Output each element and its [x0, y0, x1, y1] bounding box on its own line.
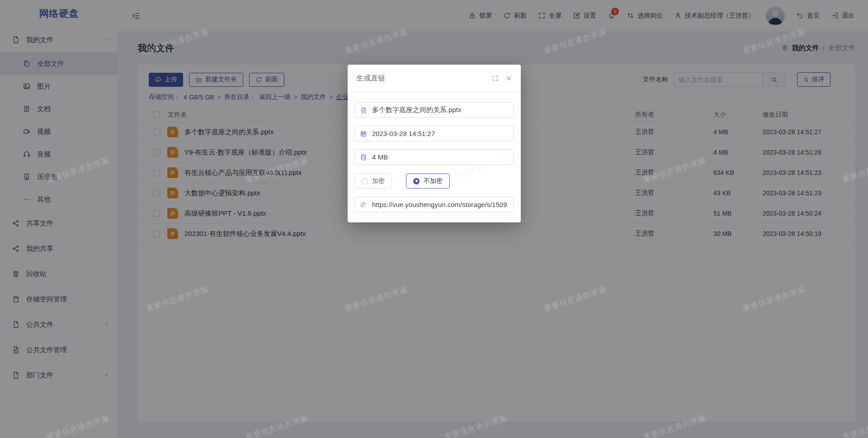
no-encrypt-radio-label: 不加密	[424, 177, 443, 185]
generate-link-modal: 生成直链 多个数字底座之间的关系.pptx 2023-03-28 14:51:2…	[348, 65, 521, 222]
modal-title: 生成直链	[356, 74, 385, 83]
modal-fullscreen-icon[interactable]	[492, 75, 499, 82]
modal-tools	[492, 75, 512, 82]
link-url-field[interactable]: https://vue.youshengyun.com/storage/s/15…	[354, 197, 514, 212]
link-file-name-field[interactable]: 多个数字底座之间的关系.pptx	[354, 102, 514, 118]
no-encrypt-radio[interactable]: 不加密	[406, 174, 450, 188]
link-url: https://vue.youshengyun.com/storage/s/15…	[372, 201, 507, 208]
link-modified-time: 2023-03-28 14:51:27	[372, 130, 435, 137]
modal-body: 多个数字底座之间的关系.pptx 2023-03-28 14:51:27 4 M…	[348, 92, 521, 212]
link-modified-time-field[interactable]: 2023-03-28 14:51:27	[354, 126, 514, 141]
link-file-size-field[interactable]: 4 MB	[354, 149, 514, 165]
file-text-icon	[360, 107, 367, 114]
modal-close-icon[interactable]	[505, 75, 512, 82]
link-file-size: 4 MB	[372, 153, 388, 161]
encrypt-radio-label: 加密	[372, 177, 385, 185]
radio-selected-icon	[413, 178, 420, 184]
calendar-icon	[360, 130, 367, 137]
encrypt-radio[interactable]: 加密	[354, 174, 392, 188]
encrypt-options: 加密 不加密	[354, 174, 514, 188]
radio-unselected-icon	[362, 178, 368, 184]
paperclip-icon	[360, 201, 367, 208]
database-icon	[360, 154, 367, 161]
link-file-name: 多个数字底座之间的关系.pptx	[372, 106, 462, 114]
modal-header: 生成直链	[348, 65, 521, 92]
